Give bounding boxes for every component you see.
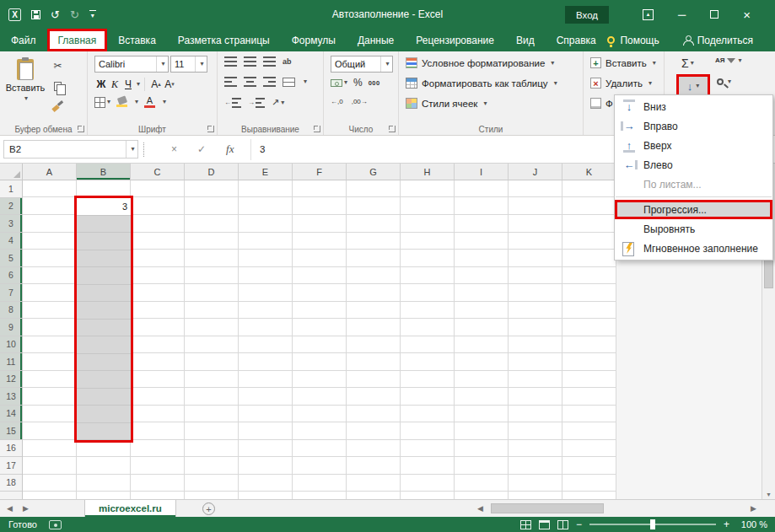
conditional-formatting-button[interactable]: Условное форматирование ▾ — [406, 57, 554, 68]
tab-help[interactable]: Справка — [546, 29, 607, 51]
minimize-button[interactable]: ─ — [678, 9, 686, 20]
tab-formulas[interactable]: Формулы — [281, 29, 347, 51]
column-header-I[interactable]: I — [455, 164, 509, 180]
tab-data[interactable]: Данные — [347, 29, 405, 51]
hscroll-right-icon[interactable]: ▶ — [751, 500, 756, 517]
row-header-3[interactable]: 3 — [0, 215, 22, 233]
save-icon[interactable] — [31, 10, 40, 19]
wrap-text-icon[interactable]: ab — [283, 57, 292, 66]
percent-style-button[interactable]: % — [353, 77, 363, 89]
align-bottom-icon[interactable] — [263, 56, 276, 67]
zoom-in-icon[interactable]: + — [724, 519, 729, 530]
macro-record-icon[interactable] — [49, 520, 62, 529]
sheet-next-icon[interactable]: ▶ — [23, 504, 29, 513]
row-header-15[interactable]: 15 — [0, 422, 22, 440]
row-header-2[interactable]: 2 — [0, 198, 22, 216]
number-format-combo[interactable]: Общий ▾ — [331, 56, 393, 73]
borders-button[interactable]: ▾ — [94, 97, 110, 108]
add-sheet-button[interactable]: + — [202, 502, 215, 515]
menu-item-fill-down[interactable]: ↓Вниз — [615, 97, 772, 116]
align-left-icon[interactable] — [224, 77, 237, 87]
format-as-table-button[interactable]: Форматировать как таблицу ▾ — [406, 78, 557, 89]
cell-styles-button[interactable]: Стили ячеек ▾ — [406, 98, 487, 109]
tab-view[interactable]: Вид — [505, 29, 546, 51]
select-all-corner[interactable] — [0, 164, 23, 180]
font-size-combo[interactable]: 11 ▾ — [170, 56, 207, 73]
shrink-font-button[interactable]: А▾ — [163, 77, 176, 92]
maximize-button[interactable] — [710, 10, 718, 19]
column-header-J[interactable]: J — [509, 164, 562, 180]
column-header-C[interactable]: C — [131, 164, 185, 180]
row-header-17[interactable]: 17 — [0, 457, 22, 475]
row-header-1[interactable]: 1 — [0, 180, 22, 198]
number-dialog-launcher-icon[interactable] — [389, 126, 396, 132]
decrease-decimal-icon[interactable]: ←,0 — [331, 98, 343, 105]
alignment-dialog-launcher-icon[interactable] — [314, 126, 320, 132]
menu-item-fill-up[interactable]: ↑Вверх — [615, 136, 772, 155]
scroll-down-icon[interactable]: ▼ — [766, 492, 772, 497]
font-family-combo[interactable]: Calibri ▾ — [94, 56, 169, 73]
cells-grid[interactable]: 3 — [23, 180, 616, 499]
column-header-A[interactable]: A — [23, 164, 77, 180]
tab-insert[interactable]: Вставка — [107, 29, 167, 51]
hscroll-left-icon[interactable]: ◀ — [477, 500, 483, 517]
column-header-G[interactable]: G — [347, 164, 401, 180]
align-center-icon[interactable] — [244, 77, 256, 87]
comma-style-button[interactable]: 000 — [369, 79, 380, 87]
tab-file[interactable]: Файл — [0, 29, 47, 51]
row-header-9[interactable]: 9 — [0, 319, 22, 336]
insert-cells-button[interactable]: Вставить ▾ — [590, 57, 656, 68]
row-header-6[interactable]: 6 — [0, 267, 22, 285]
horizontal-scroll-thumb[interactable] — [491, 503, 604, 513]
column-header-K[interactable]: K — [562, 164, 616, 180]
underline-button[interactable]: Ч — [121, 77, 135, 92]
formula-bar-grip[interactable] — [143, 142, 145, 157]
row-header-16[interactable]: 16 — [0, 440, 22, 458]
align-right-icon[interactable] — [263, 77, 276, 87]
delete-cells-button[interactable]: Удалить ▾ — [590, 78, 652, 89]
enter-check-icon[interactable]: ✓ — [197, 143, 206, 155]
zoom-level[interactable]: 100 % — [737, 519, 767, 529]
copy-icon[interactable] — [54, 82, 62, 91]
sheet-tab-active[interactable]: microexcel.ru — [84, 500, 176, 517]
menu-item-fill-right[interactable]: →Вправо — [615, 116, 772, 136]
row-header-10[interactable]: 10 — [0, 336, 22, 354]
fill-button[interactable]: ↓ ▾ — [679, 77, 708, 95]
find-select-button[interactable]: ▾ — [717, 78, 731, 85]
autosum-button[interactable]: Σ ▾ — [681, 56, 694, 70]
align-top-icon[interactable] — [224, 56, 237, 67]
menu-item-series[interactable]: Прогрессия... — [615, 200, 772, 219]
insert-function-icon[interactable]: fx — [226, 142, 234, 156]
tab-page-layout[interactable]: Разметка страницы — [167, 29, 281, 51]
orientation-button[interactable]: ↗▾ — [272, 97, 284, 108]
row-header-12[interactable]: 12 — [0, 371, 22, 389]
column-header-D[interactable]: D — [185, 164, 239, 180]
page-layout-view-icon[interactable] — [539, 520, 550, 529]
column-header-F[interactable]: F — [293, 164, 347, 180]
undo-icon[interactable]: ↺ — [51, 9, 60, 20]
format-cells-button[interactable]: Ф — [590, 98, 613, 109]
name-box[interactable]: B2 ▾ — [3, 140, 138, 159]
row-header-5[interactable]: 5 — [0, 250, 22, 267]
row-header-11[interactable]: 11 — [0, 353, 22, 371]
row-header-14[interactable]: 14 — [0, 406, 22, 423]
tab-review[interactable]: Рецензирование — [405, 29, 505, 51]
row-header-13[interactable]: 13 — [0, 388, 22, 406]
zoom-slider[interactable] — [589, 524, 716, 525]
sort-filter-button[interactable]: АЯ ▾ — [715, 56, 742, 64]
decrease-indent-icon[interactable]: ← — [224, 98, 241, 108]
italic-button[interactable]: К — [108, 77, 121, 92]
format-painter-icon[interactable] — [52, 101, 63, 112]
paste-button[interactable]: Вставить ▾ — [5, 56, 46, 118]
increase-decimal-icon[interactable]: ,00→ — [352, 98, 368, 105]
page-break-view-icon[interactable] — [557, 520, 568, 529]
font-dialog-launcher-icon[interactable] — [207, 126, 214, 132]
ribbon-display-options-icon[interactable]: ▴ — [643, 9, 654, 20]
menu-item-justify[interactable]: Выровнять — [615, 219, 772, 239]
menu-item-across-sheets[interactable]: По листам... — [615, 175, 772, 194]
column-header-B[interactable]: B — [77, 164, 131, 180]
menu-item-flash-fill[interactable]: Мгновенное заполнение — [615, 239, 772, 258]
zoom-slider-thumb[interactable] — [650, 519, 655, 529]
menu-item-fill-left[interactable]: ←Влево — [615, 155, 772, 175]
row-header-4[interactable]: 4 — [0, 233, 22, 250]
